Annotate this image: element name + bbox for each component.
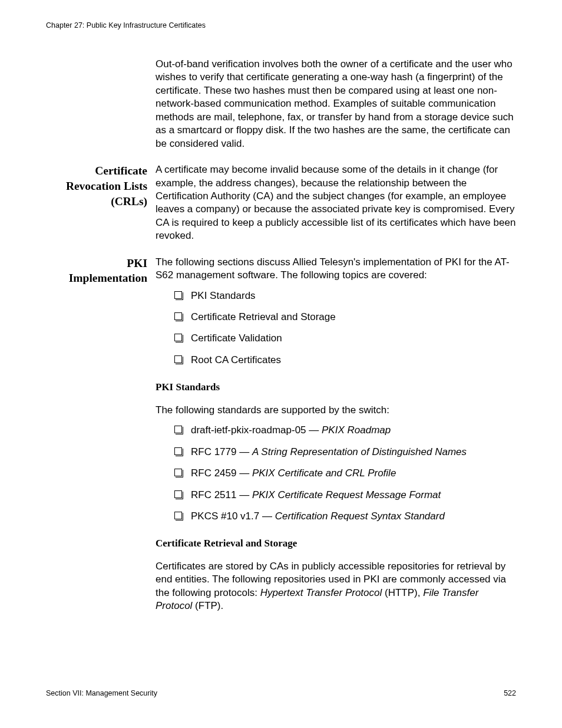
list-item: Root CA Certificates <box>156 354 516 367</box>
checkbox-icon <box>174 469 182 476</box>
standards-list: draft-ietf-pkix-roadmap-05 — PKIX Roadma… <box>156 424 516 523</box>
list-item-text: draft-ietf-pkix-roadmap-05 — PKIX Roadma… <box>191 424 391 436</box>
list-item-text: RFC 1779 — A String Representation of Di… <box>191 446 467 457</box>
list-item-text: RFC 2459 — PKIX Certificate and CRL Prof… <box>191 467 396 479</box>
intro-paragraph: Out-of-band verification involves both t… <box>156 58 516 150</box>
page-footer: Section VII: Management Security 522 <box>46 689 516 697</box>
checkbox-icon <box>174 512 182 519</box>
page-content: Out-of-band verification involves both t… <box>46 58 516 613</box>
list-item: PKI Standards <box>156 289 516 302</box>
pki-intro: The following sections discuss Allied Te… <box>156 256 516 282</box>
checkbox-icon <box>174 355 182 363</box>
side-heading-pki: PKI Implementation <box>46 256 156 286</box>
list-item: RFC 1779 — A String Representation of Di… <box>156 446 516 459</box>
footer-page-number: 522 <box>504 689 516 697</box>
list-item-text: PKI Standards <box>191 290 256 301</box>
list-item-text: PKCS #10 v1.7 — Certification Request Sy… <box>191 510 445 522</box>
list-item-text: RFC 2511 — PKIX Certificate Request Mess… <box>191 489 441 500</box>
checkbox-icon <box>174 334 182 341</box>
crl-body: A certificate may become invalid because… <box>156 163 516 243</box>
pki-topics-list: PKI Standards Certificate Retrieval and … <box>156 289 516 367</box>
checkbox-icon <box>174 426 182 433</box>
checkbox-icon <box>174 447 182 455</box>
footer-section: Section VII: Management Security <box>46 689 157 697</box>
subhead-retrieval: Certificate Retrieval and Storage <box>156 537 516 550</box>
list-item: Certificate Validation <box>156 332 516 345</box>
standards-intro: The following standards are supported by… <box>156 404 516 417</box>
checkbox-icon <box>174 312 182 320</box>
list-item: RFC 2511 — PKIX Certificate Request Mess… <box>156 489 516 502</box>
list-item-text: Certificate Validation <box>191 332 282 344</box>
running-header: Chapter 27: Public Key Infrastructure Ce… <box>46 21 516 29</box>
side-heading-crl: Certificate Revocation Lists (CRLs) <box>46 163 156 209</box>
list-item: draft-ietf-pkix-roadmap-05 — PKIX Roadma… <box>156 424 516 437</box>
retrieval-body: Certificates are stored by CAs in public… <box>156 560 516 613</box>
list-item: PKCS #10 v1.7 — Certification Request Sy… <box>156 510 516 523</box>
checkbox-icon <box>174 490 182 498</box>
list-item: RFC 2459 — PKIX Certificate and CRL Prof… <box>156 467 516 480</box>
list-item-text: Certificate Retrieval and Storage <box>191 311 336 322</box>
list-item-text: Root CA Certificates <box>191 354 281 365</box>
list-item: Certificate Retrieval and Storage <box>156 311 516 324</box>
checkbox-icon <box>174 291 182 299</box>
subhead-standards: PKI Standards <box>156 381 516 394</box>
